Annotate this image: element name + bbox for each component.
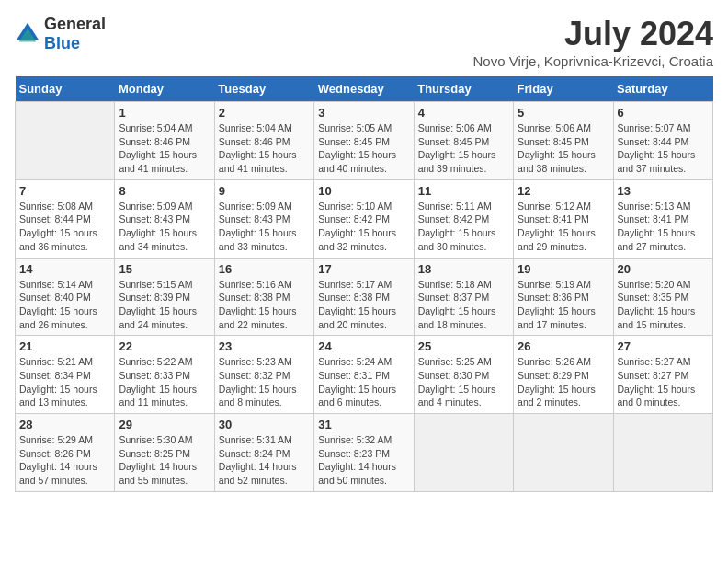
header-saturday: Saturday	[613, 76, 712, 102]
day-info: Sunrise: 5:06 AM Sunset: 8:45 PM Dayligh…	[518, 121, 609, 176]
day-info: Sunrise: 5:21 AM Sunset: 8:34 PM Dayligh…	[19, 355, 110, 409]
day-number: 21	[19, 339, 110, 353]
logo-general: General	[44, 15, 106, 33]
day-info: Sunrise: 5:11 AM Sunset: 8:42 PM Dayligh…	[418, 200, 509, 254]
day-info: Sunrise: 5:09 AM Sunset: 8:43 PM Dayligh…	[119, 200, 210, 254]
day-info: Sunrise: 5:04 AM Sunset: 8:46 PM Dayligh…	[219, 121, 310, 176]
calendar-cell: 22Sunrise: 5:22 AM Sunset: 8:33 PM Dayli…	[115, 336, 214, 414]
day-number: 30	[219, 418, 310, 431]
calendar-cell: 24Sunrise: 5:24 AM Sunset: 8:31 PM Dayli…	[314, 336, 414, 414]
day-number: 26	[518, 339, 609, 353]
day-number: 28	[19, 418, 110, 431]
calendar-cell: 16Sunrise: 5:16 AM Sunset: 8:38 PM Dayli…	[214, 258, 313, 336]
day-info: Sunrise: 5:10 AM Sunset: 8:42 PM Dayligh…	[318, 200, 409, 254]
calendar-cell	[414, 414, 513, 492]
week-row-3: 21Sunrise: 5:21 AM Sunset: 8:34 PM Dayli…	[16, 336, 713, 414]
calendar-cell: 8Sunrise: 5:09 AM Sunset: 8:43 PM Daylig…	[115, 179, 214, 258]
day-info: Sunrise: 5:26 AM Sunset: 8:29 PM Dayligh…	[518, 355, 609, 409]
day-info: Sunrise: 5:06 AM Sunset: 8:45 PM Dayligh…	[418, 121, 509, 176]
calendar-cell: 28Sunrise: 5:29 AM Sunset: 8:26 PM Dayli…	[16, 414, 115, 492]
calendar-cell: 21Sunrise: 5:21 AM Sunset: 8:34 PM Dayli…	[16, 336, 115, 414]
day-number: 19	[518, 262, 609, 276]
calendar-cell: 27Sunrise: 5:27 AM Sunset: 8:27 PM Dayli…	[613, 336, 712, 414]
calendar-cell: 26Sunrise: 5:26 AM Sunset: 8:29 PM Dayli…	[514, 336, 613, 414]
day-number: 17	[318, 262, 409, 276]
day-number: 25	[418, 339, 509, 353]
calendar-cell: 3Sunrise: 5:05 AM Sunset: 8:45 PM Daylig…	[314, 102, 414, 180]
day-info: Sunrise: 5:22 AM Sunset: 8:33 PM Dayligh…	[119, 355, 210, 409]
day-number: 7	[19, 184, 110, 198]
day-number: 20	[618, 262, 709, 276]
day-number: 16	[219, 262, 310, 276]
day-number: 15	[119, 262, 210, 276]
day-info: Sunrise: 5:17 AM Sunset: 8:38 PM Dayligh…	[318, 278, 409, 332]
day-number: 13	[618, 184, 709, 198]
day-number: 22	[119, 339, 210, 353]
calendar-cell: 17Sunrise: 5:17 AM Sunset: 8:38 PM Dayli…	[314, 258, 414, 336]
day-info: Sunrise: 5:08 AM Sunset: 8:44 PM Dayligh…	[19, 200, 110, 254]
day-number: 8	[119, 184, 210, 198]
calendar-cell: 11Sunrise: 5:11 AM Sunset: 8:42 PM Dayli…	[414, 179, 513, 258]
calendar-table: SundayMondayTuesdayWednesdayThursdayFrid…	[15, 76, 713, 492]
day-number: 3	[318, 106, 409, 120]
calendar-cell: 1Sunrise: 5:04 AM Sunset: 8:46 PM Daylig…	[115, 102, 214, 180]
day-number: 12	[518, 184, 609, 198]
calendar-cell	[613, 414, 712, 492]
day-info: Sunrise: 5:25 AM Sunset: 8:30 PM Dayligh…	[418, 355, 509, 409]
page-header: General Blue July 2024 Novo Virje, Kopri…	[15, 15, 713, 69]
week-row-1: 7Sunrise: 5:08 AM Sunset: 8:44 PM Daylig…	[16, 179, 713, 258]
day-info: Sunrise: 5:29 AM Sunset: 8:26 PM Dayligh…	[19, 433, 110, 488]
location-title: Novo Virje, Koprivnica-Krizevci, Croatia	[473, 53, 713, 69]
calendar-header-row: SundayMondayTuesdayWednesdayThursdayFrid…	[16, 76, 713, 102]
day-number: 29	[119, 418, 210, 431]
day-number: 23	[219, 339, 310, 353]
day-number: 6	[618, 106, 709, 120]
calendar-cell	[514, 414, 613, 492]
day-info: Sunrise: 5:14 AM Sunset: 8:40 PM Dayligh…	[19, 278, 110, 332]
calendar-cell: 12Sunrise: 5:12 AM Sunset: 8:41 PM Dayli…	[514, 179, 613, 258]
calendar-cell: 29Sunrise: 5:30 AM Sunset: 8:25 PM Dayli…	[115, 414, 214, 492]
day-info: Sunrise: 5:30 AM Sunset: 8:25 PM Dayligh…	[119, 433, 210, 488]
day-number: 11	[418, 184, 509, 198]
day-number: 9	[219, 184, 310, 198]
logo-blue: Blue	[44, 34, 80, 52]
week-row-2: 14Sunrise: 5:14 AM Sunset: 8:40 PM Dayli…	[16, 258, 713, 336]
month-title: July 2024	[473, 15, 713, 53]
calendar-cell: 30Sunrise: 5:31 AM Sunset: 8:24 PM Dayli…	[214, 414, 313, 492]
logo-text: General Blue	[44, 15, 106, 53]
day-info: Sunrise: 5:07 AM Sunset: 8:44 PM Dayligh…	[618, 121, 709, 176]
calendar-cell: 25Sunrise: 5:25 AM Sunset: 8:30 PM Dayli…	[414, 336, 513, 414]
day-info: Sunrise: 5:27 AM Sunset: 8:27 PM Dayligh…	[618, 355, 709, 409]
header-sunday: Sunday	[16, 76, 115, 102]
calendar-cell: 23Sunrise: 5:23 AM Sunset: 8:32 PM Dayli…	[214, 336, 313, 414]
day-info: Sunrise: 5:31 AM Sunset: 8:24 PM Dayligh…	[219, 433, 310, 488]
week-row-0: 1Sunrise: 5:04 AM Sunset: 8:46 PM Daylig…	[16, 102, 713, 180]
header-wednesday: Wednesday	[314, 76, 414, 102]
calendar-cell: 7Sunrise: 5:08 AM Sunset: 8:44 PM Daylig…	[16, 179, 115, 258]
day-info: Sunrise: 5:15 AM Sunset: 8:39 PM Dayligh…	[119, 278, 210, 332]
logo-icon	[15, 21, 40, 47]
day-number: 2	[219, 106, 310, 120]
day-info: Sunrise: 5:09 AM Sunset: 8:43 PM Dayligh…	[219, 200, 310, 254]
day-number: 18	[418, 262, 509, 276]
header-tuesday: Tuesday	[214, 76, 313, 102]
calendar-cell: 31Sunrise: 5:32 AM Sunset: 8:23 PM Dayli…	[314, 414, 414, 492]
day-info: Sunrise: 5:20 AM Sunset: 8:35 PM Dayligh…	[618, 278, 709, 332]
day-number: 27	[618, 339, 709, 353]
day-info: Sunrise: 5:04 AM Sunset: 8:46 PM Dayligh…	[119, 121, 210, 176]
calendar-cell	[16, 102, 115, 180]
calendar-cell: 18Sunrise: 5:18 AM Sunset: 8:37 PM Dayli…	[414, 258, 513, 336]
day-info: Sunrise: 5:05 AM Sunset: 8:45 PM Dayligh…	[318, 121, 409, 176]
day-number: 10	[318, 184, 409, 198]
day-number: 24	[318, 339, 409, 353]
day-info: Sunrise: 5:32 AM Sunset: 8:23 PM Dayligh…	[318, 433, 409, 488]
day-info: Sunrise: 5:12 AM Sunset: 8:41 PM Dayligh…	[518, 200, 609, 254]
header-monday: Monday	[115, 76, 214, 102]
calendar-cell: 19Sunrise: 5:19 AM Sunset: 8:36 PM Dayli…	[514, 258, 613, 336]
week-row-4: 28Sunrise: 5:29 AM Sunset: 8:26 PM Dayli…	[16, 414, 713, 492]
calendar-cell: 2Sunrise: 5:04 AM Sunset: 8:46 PM Daylig…	[214, 102, 313, 180]
calendar-cell: 13Sunrise: 5:13 AM Sunset: 8:41 PM Dayli…	[613, 179, 712, 258]
header-thursday: Thursday	[414, 76, 513, 102]
day-number: 5	[518, 106, 609, 120]
logo: General Blue	[15, 15, 106, 53]
